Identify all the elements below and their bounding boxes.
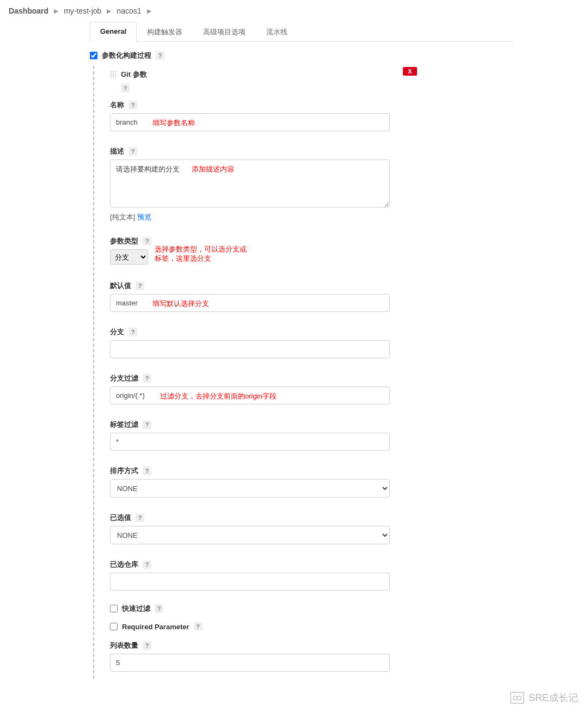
preview-link[interactable]: 预览 [137, 213, 151, 221]
help-icon[interactable]: ? [136, 513, 144, 522]
branch-input[interactable] [110, 340, 390, 358]
breadcrumb-item-project[interactable]: nacos1 [117, 7, 141, 15]
help-icon[interactable]: ? [143, 560, 151, 569]
name-label: 名称 [110, 100, 124, 110]
default-input[interactable] [110, 294, 390, 312]
selected-select[interactable]: NONE [110, 526, 390, 544]
quick-filter-checkbox[interactable] [110, 605, 118, 612]
help-icon[interactable]: ? [155, 604, 163, 613]
tab-triggers[interactable]: 构建触发器 [137, 22, 193, 42]
param-type-select[interactable]: 分支 [110, 249, 148, 265]
required-checkbox[interactable] [110, 623, 118, 630]
desc-textarea[interactable]: 请选择要构建的分支 [110, 159, 390, 207]
sort-label: 排序方式 [110, 466, 138, 476]
quick-filter-label: 快速过滤 [122, 604, 150, 613]
default-label: 默认值 [110, 281, 131, 291]
name-input[interactable] [110, 113, 390, 131]
list-count-input[interactable] [110, 654, 390, 672]
parametrized-build-checkbox[interactable] [90, 52, 97, 59]
help-icon[interactable]: ? [156, 51, 164, 60]
list-count-label: 列表数量 [110, 641, 138, 650]
tab-general[interactable]: General [90, 22, 137, 42]
sort-select[interactable]: NONE [110, 479, 390, 498]
plain-text-label: [纯文本] [110, 213, 137, 221]
chevron-right-icon: ▶ [145, 8, 154, 15]
breadcrumb-item-job[interactable]: my-test-job [64, 7, 101, 15]
help-icon[interactable]: ? [128, 101, 137, 109]
tab-advanced[interactable]: 高级项目选项 [193, 22, 256, 42]
tab-pipeline[interactable]: 流水线 [256, 22, 298, 42]
help-icon[interactable]: ? [143, 641, 151, 650]
chevron-right-icon: ▶ [52, 8, 60, 15]
desc-hint: [纯文本] 预览 [110, 212, 414, 222]
branch-filter-input[interactable] [110, 386, 390, 404]
drag-handle-icon[interactable] [110, 71, 117, 78]
help-icon[interactable]: ? [121, 84, 130, 93]
config-tabs: General 构建触发器 高级项目选项 流水线 [90, 22, 514, 42]
help-icon[interactable]: ? [143, 237, 151, 245]
help-icon[interactable]: ? [128, 328, 137, 336]
delete-button[interactable]: X [403, 67, 417, 76]
branch-filter-label: 分支过滤 [110, 373, 138, 383]
wechat-icon [510, 692, 524, 704]
watermark: SRE成长记 [510, 691, 578, 704]
parametrized-build-label: 参数化构建过程 [102, 51, 151, 60]
git-param-title: Git 参数 [121, 70, 147, 79]
breadcrumb-item-dashboard[interactable]: Dashboard [9, 7, 48, 15]
help-icon[interactable]: ? [143, 374, 151, 383]
tag-filter-input[interactable] [110, 433, 390, 451]
help-icon[interactable]: ? [143, 420, 151, 429]
help-icon[interactable]: ? [136, 281, 144, 290]
param-type-label: 参数类型 [110, 236, 138, 246]
tag-filter-label: 标签过滤 [110, 420, 138, 429]
help-icon[interactable]: ? [128, 147, 137, 156]
chevron-right-icon: ▶ [105, 8, 113, 15]
repo-label: 已选仓库 [110, 560, 138, 569]
help-icon[interactable]: ? [194, 622, 203, 631]
parametrized-build-row: 参数化构建过程 ? [90, 51, 514, 60]
required-label: Required Parameter [122, 623, 189, 631]
help-icon[interactable]: ? [143, 467, 151, 475]
annotation: 选择参数类型，可以选分支或标签，这里选分支 [155, 245, 247, 263]
desc-label: 描述 [110, 146, 124, 156]
watermark-text: SRE成长记 [529, 691, 578, 704]
branch-label: 分支 [110, 327, 124, 337]
git-param-header: Git 参数 X [110, 69, 414, 82]
selected-label: 已选值 [110, 513, 131, 523]
breadcrumb: Dashboard ▶ my-test-job ▶ nacos1 ▶ [0, 0, 588, 22]
repo-input[interactable] [110, 573, 390, 591]
